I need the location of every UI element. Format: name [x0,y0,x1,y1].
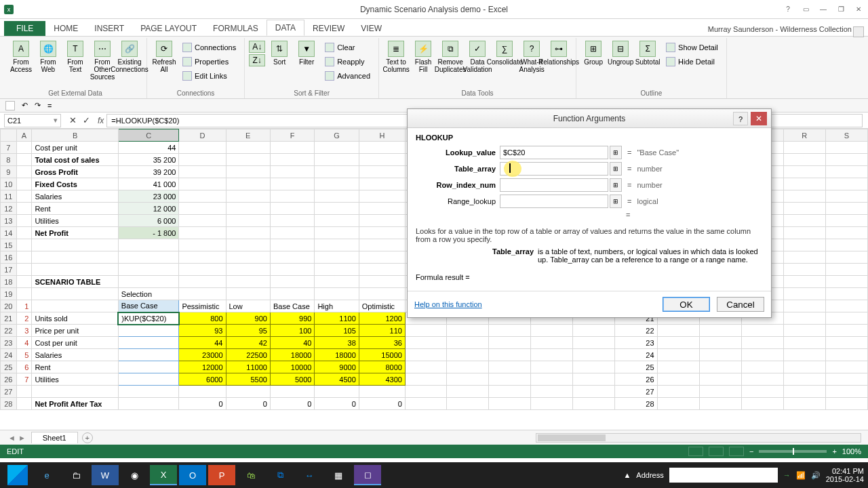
cell-F9[interactable] [270,166,314,178]
row-header-12[interactable]: 12 [1,203,17,215]
ok-button[interactable]: OK [663,297,710,312]
cell-D17[interactable] [179,264,226,276]
cell-S23[interactable] [825,337,867,349]
cell-A10[interactable] [16,178,32,190]
cell-B17[interactable] [32,264,118,276]
cell-G26[interactable]: 4500 [315,373,359,386]
cell-D15[interactable] [179,239,226,251]
zoom-level[interactable]: 100% [842,447,861,455]
cell-H13[interactable] [359,215,405,227]
cell-F15[interactable] [270,239,314,251]
cell-B22[interactable]: Price per unit [32,325,118,337]
cell-P28[interactable] [699,398,741,410]
arg-input-1[interactable] [500,162,608,176]
taskbar-dropbox-icon[interactable]: ⧉ [267,465,294,485]
arg-ref-button-2[interactable]: ⊞ [610,178,622,192]
cell-H27[interactable] [359,386,405,398]
cell-I22[interactable] [405,325,446,337]
row-header-26[interactable]: 26 [1,373,17,386]
cell-N27[interactable]: 27 [614,386,657,398]
cell-R18[interactable] [783,276,825,288]
cell-L24[interactable] [530,349,572,361]
cell-H23[interactable]: 36 [359,337,405,349]
cell-R12[interactable] [783,203,825,215]
cell-E10[interactable] [226,178,270,190]
cell-H15[interactable] [359,239,405,251]
cell-A21[interactable]: 2 [16,312,32,325]
cell-O22[interactable] [657,325,699,337]
cell-S22[interactable] [825,325,867,337]
cell-F13[interactable] [270,215,314,227]
cell-L23[interactable] [530,337,572,349]
cell-C28[interactable] [118,398,179,410]
cell-D9[interactable] [179,166,226,178]
cell-A28[interactable] [16,398,32,410]
tab-view[interactable]: VIEW [353,21,390,36]
cell-S27[interactable] [825,386,867,398]
cell-G20[interactable]: High [315,300,359,312]
cell-P25[interactable] [699,361,741,373]
enter-formula-icon[interactable]: ✓ [81,115,91,125]
cell-D10[interactable] [179,178,226,190]
sort-az-button[interactable]: A↓Z↓ [249,39,265,84]
cell-D25[interactable]: 12000 [179,361,226,373]
cell-M24[interactable] [572,349,614,361]
taskbar-chrome-icon[interactable]: ◉ [121,465,148,485]
cell-R23[interactable] [783,337,825,349]
row-header-22[interactable]: 22 [1,325,17,337]
cell-C11[interactable]: 23 000 [118,190,179,203]
view-normal-icon[interactable] [688,447,703,456]
cell-A14[interactable] [16,227,32,239]
row-header-15[interactable]: 15 [1,239,17,251]
sort-button[interactable]: ⇅Sort [267,39,292,84]
cell-O27[interactable] [657,386,699,398]
tray-clock[interactable]: 02:41 PM2015-02-14 [826,467,864,483]
cell-D12[interactable] [179,203,226,215]
cell-D20[interactable]: Pessimistic [179,300,226,312]
cell-G9[interactable] [315,166,359,178]
cell-B18[interactable]: SCENARIO TABLE [32,276,118,288]
ribbon-options-icon[interactable]: ▭ [797,3,814,16]
cell-D11[interactable] [179,190,226,203]
cell-E12[interactable] [226,203,270,215]
cell-D27[interactable] [179,386,226,398]
col-header-H[interactable]: H [359,129,405,142]
cell-E27[interactable] [226,386,270,398]
taskbar-outlook-icon[interactable]: O [179,465,206,485]
cell-A16[interactable] [16,251,32,264]
cell-B7[interactable]: Cost per unit [32,142,118,154]
cell-S8[interactable] [825,154,867,166]
taskbar-store-icon[interactable]: 🛍 [237,465,264,485]
properties-button[interactable]: Properties [178,55,240,68]
row-header-20[interactable]: 20 [1,300,17,312]
help-icon[interactable]: ? [780,3,796,16]
cell-J24[interactable] [447,349,489,361]
cell-B25[interactable]: Rent [32,361,118,373]
cell-M26[interactable] [572,373,614,386]
cell-N24[interactable]: 24 [614,349,657,361]
cell-O26[interactable] [657,373,699,386]
cell-R22[interactable] [783,325,825,337]
cell-C17[interactable] [118,264,179,276]
taskbar-recorder-icon[interactable]: ◻ [354,465,381,485]
arg-input-2[interactable] [500,178,608,192]
cell-J28[interactable] [447,398,489,410]
from-text-button[interactable]: TFrom Text [62,39,88,84]
cell-R9[interactable] [783,166,825,178]
cell-J22[interactable] [447,325,489,337]
cell-D18[interactable] [179,276,226,288]
cell-C9[interactable]: 39 200 [118,166,179,178]
from-access-button[interactable]: AFrom Access [8,39,34,84]
cell-R14[interactable] [783,227,825,239]
cell-H11[interactable] [359,190,405,203]
cell-Q27[interactable] [741,386,783,398]
cell-C16[interactable] [118,251,179,264]
cell-R26[interactable] [783,373,825,386]
cancel-button[interactable]: Cancel [717,297,764,312]
cell-E7[interactable] [226,142,270,154]
cell-G24[interactable]: 18000 [315,349,359,361]
cell-S20[interactable] [825,300,867,312]
col-header-A[interactable]: A [16,129,32,142]
cell-E28[interactable]: 0 [226,398,270,410]
cell-S26[interactable] [825,373,867,386]
